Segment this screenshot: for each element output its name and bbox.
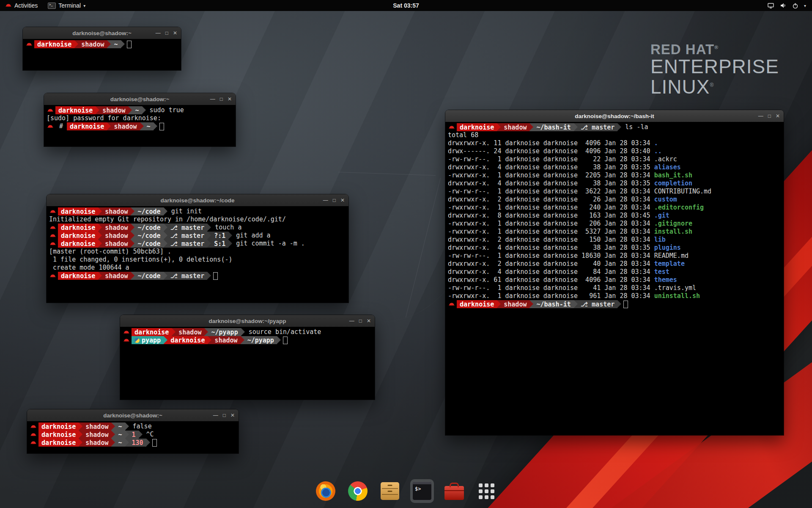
window-titlebar[interactable]: darknoise@shadow:~—□✕ — [23, 27, 181, 39]
file-name: completion — [654, 179, 692, 188]
terminal-line: -rw-rw-r--. 1 darknoise darknoise 18630 … — [448, 252, 781, 260]
powerline-separator — [79, 439, 82, 447]
terminal-line: drwxrwxr-x. 4 darknoise darknoise 38 Jan… — [448, 163, 781, 171]
powerline-separator — [204, 328, 208, 336]
minimize-button[interactable]: — — [323, 198, 328, 203]
terminal-window[interactable]: darknoise@shadow:~—□✕darknoiseshadow~ fa… — [27, 409, 239, 453]
window-title: darknoise@shadow:~ — [103, 412, 162, 419]
terminal-line: -rwxrwxr-x. 1 darknoise darknoise 5327 J… — [448, 228, 781, 236]
prompt-segment: darknoise — [55, 106, 96, 114]
chevron-down-icon: ▾ — [83, 3, 85, 8]
maximize-button[interactable]: □ — [333, 198, 336, 203]
powerline-separator — [111, 431, 115, 439]
terminal-line: [master (root-commit) 50bcb63] . — [49, 248, 346, 256]
window-titlebar[interactable]: darknoise@shadow:~—□✕ — [44, 93, 236, 105]
terminal-line: darknoiseshadow~ sudo true — [47, 106, 233, 114]
terminal-icon[interactable] — [410, 479, 434, 503]
prompt-segment: ~/pyapp — [208, 328, 241, 336]
app-menu[interactable]: Terminal ▾ — [43, 0, 91, 11]
minimize-button[interactable]: — — [349, 318, 354, 323]
terminal-body[interactable]: darknoiseshadow~ falsedarknoiseshadow~1 … — [27, 421, 239, 453]
dot — [479, 483, 483, 487]
minimize-button[interactable]: — — [213, 413, 218, 418]
maximize-button[interactable]: □ — [768, 113, 771, 119]
powerline-separator — [125, 431, 129, 439]
powerline-separator — [142, 106, 146, 114]
powerline-separator — [241, 328, 245, 336]
terminal-body[interactable]: darknoiseshadow~ — [23, 39, 181, 70]
prompt-segment: shadow — [176, 328, 204, 336]
files-icon[interactable] — [378, 479, 402, 503]
powerline-separator — [107, 40, 111, 48]
redhat-icon — [47, 106, 55, 114]
minimize-button[interactable]: — — [156, 30, 161, 36]
window-titlebar[interactable]: darknoise@shadow:~/pyapp—□✕ — [120, 315, 375, 327]
powerline-separator — [121, 40, 125, 48]
terminal-window[interactable]: darknoise@shadow:~—□✕darknoiseshadow~ — [23, 27, 181, 70]
close-button[interactable]: ✕ — [367, 318, 371, 323]
maximize-button[interactable]: □ — [359, 318, 362, 323]
dot — [491, 489, 494, 493]
terminal-line: drwxrwxr-x. 11 darknoise darknoise 4096 … — [448, 139, 781, 147]
prompt-segment: shadow — [78, 40, 107, 48]
prompt-segment: shadow — [111, 122, 140, 130]
terminal-text: Initialized empty Git repository in /hom… — [49, 215, 286, 224]
toolbox-icon[interactable] — [442, 479, 466, 503]
clock[interactable]: Sat 03:57 — [393, 2, 419, 9]
toolbox-logo — [444, 486, 464, 500]
dot — [491, 483, 494, 487]
maximize-button[interactable]: □ — [165, 30, 168, 36]
terminal-body[interactable]: darknoiseshadow~/bash-it⎇ master ls -lat… — [445, 122, 784, 435]
window-titlebar[interactable]: darknoise@shadow:~—□✕ — [27, 409, 239, 422]
prompt-segment: 130 — [129, 439, 146, 447]
terminal-line: darknoiseshadow~/bash-it⎇ master ls -la — [448, 123, 781, 131]
powerline-separator — [207, 240, 211, 248]
close-button[interactable]: ✕ — [228, 97, 232, 102]
chrome-icon[interactable] — [346, 479, 370, 503]
terminal-text: # — [55, 122, 67, 130]
terminal-body[interactable]: darknoiseshadow~ sudo true[sudo] passwor… — [44, 105, 236, 146]
terminal-text: sudo true — [146, 106, 184, 114]
powerline-separator — [164, 272, 167, 280]
firefox-icon[interactable] — [314, 479, 337, 503]
terminal-logo — [412, 482, 432, 500]
terminal-body[interactable]: darknoiseshadow~/code git initInitialize… — [47, 206, 348, 303]
minimize-button[interactable]: — — [210, 97, 215, 102]
terminal-line: darknoiseshadow~ false — [30, 422, 236, 431]
file-name: uninstall.sh — [654, 292, 700, 300]
powerline-separator — [172, 328, 176, 336]
file-name: install.sh — [654, 228, 692, 236]
terminal-cursor — [283, 337, 288, 344]
top-bar: Activities Terminal ▾ Sat 03:57 ▾ — [0, 0, 812, 11]
redhat-icon — [30, 431, 38, 439]
close-button[interactable]: ✕ — [776, 113, 780, 119]
logo-enterprise-text: ENTERPRISE — [650, 57, 779, 77]
terminal-window[interactable]: darknoise@shadow:~/code—□✕darknoiseshado… — [47, 194, 348, 303]
close-button[interactable]: ✕ — [340, 198, 345, 203]
powerline-separator — [98, 272, 102, 280]
terminal-window[interactable]: darknoise@shadow:~/pyapp—□✕darknoiseshad… — [120, 315, 375, 400]
redhat-icon — [49, 207, 58, 215]
minimize-button[interactable]: — — [758, 113, 763, 119]
close-button[interactable]: ✕ — [230, 413, 235, 418]
show-apps-icon[interactable] — [475, 479, 498, 503]
terminal-window[interactable]: darknoise@shadow:~—□✕darknoiseshadow~ su… — [44, 93, 236, 146]
powerline-separator — [139, 431, 143, 439]
terminal-window[interactable]: darknoise@shadow:~/bash-it—□✕darknoisesh… — [445, 110, 784, 435]
maximize-button[interactable]: □ — [223, 413, 226, 418]
terminal-text: source bin/activate — [245, 328, 321, 336]
prompt-segment: shadow — [102, 207, 131, 215]
powerline-separator — [529, 123, 533, 131]
activities-button[interactable]: Activities — [0, 0, 43, 11]
terminal-text: [master (root-commit) 50bcb63] . — [49, 248, 171, 256]
terminal-line: darknoiseshadow~/code⎇ master touch a — [49, 224, 346, 232]
window-title: darknoise@shadow:~/code — [161, 197, 235, 204]
maximize-button[interactable]: □ — [220, 97, 223, 102]
window-titlebar[interactable]: darknoise@shadow:~/code—□✕ — [47, 194, 348, 207]
terminal-text: -rw-rw-r--. 1 darknoise darknoise 22 Jan… — [448, 155, 677, 163]
window-titlebar[interactable]: darknoise@shadow:~/bash-it—□✕ — [445, 110, 784, 122]
terminal-line: -rw-rw-r--. 1 darknoise darknoise 3622 J… — [448, 188, 781, 196]
terminal-body[interactable]: darknoiseshadow~/pyapp source bin/activa… — [120, 327, 375, 400]
close-button[interactable]: ✕ — [173, 30, 177, 36]
system-status-area[interactable]: ▾ — [767, 0, 812, 11]
